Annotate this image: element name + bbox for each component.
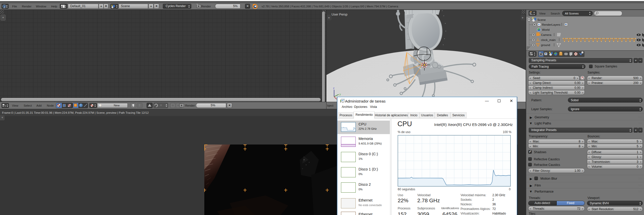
svg-text:RenderLayers: RenderLayers [542,23,560,26]
svg-text:+: + [328,16,330,20]
svg-text:User Persp: User Persp [332,13,348,16]
svg-text:World: World [542,28,550,31]
svg-text:clock_main: clock_main [541,38,556,41]
svg-text:z: z [333,87,335,90]
svg-text:All Scenes: All Scenes [565,12,579,15]
svg-text:Camera: Camera [541,33,552,36]
svg-text:Scene: Scene [537,18,546,21]
svg-text:View: View [539,12,546,15]
svg-text:y: y [339,93,341,96]
svg-text:ground: ground [541,44,550,47]
svg-text:Search: Search [551,12,560,15]
svg-text:+: + [522,16,524,20]
